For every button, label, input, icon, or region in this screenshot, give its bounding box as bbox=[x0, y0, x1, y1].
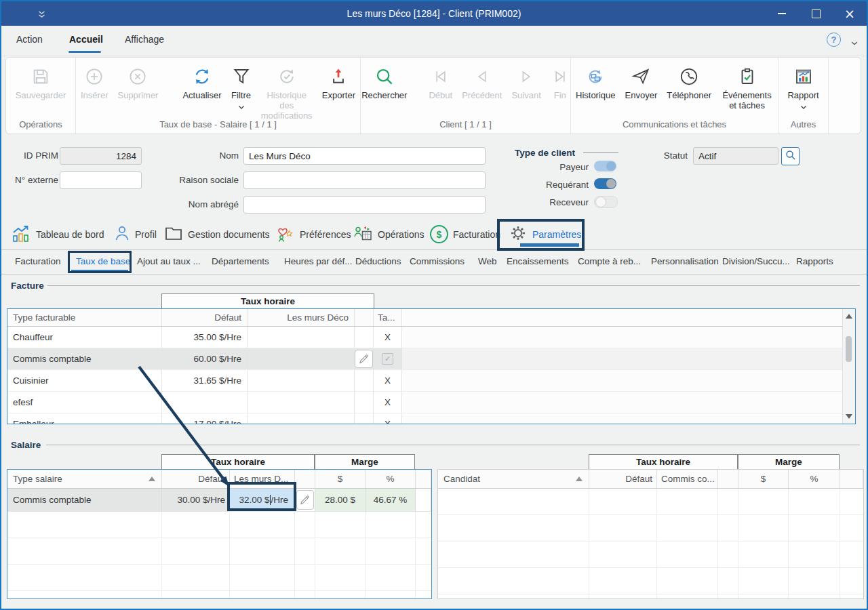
table-row[interactable]: Chauffeur 35.00 $/Hre X bbox=[7, 327, 842, 348]
minimize-icon bbox=[778, 13, 786, 14]
tab-profil[interactable]: Profil bbox=[114, 220, 157, 249]
subtab-taux-de-base[interactable]: Taux de base bbox=[76, 256, 130, 266]
table-row[interactable]: Emballeur 17.00 $/Hre X bbox=[7, 413, 842, 424]
subtab-compte-a-rebours[interactable]: Compte à reb... bbox=[578, 256, 641, 266]
table-row[interactable]: efesf X bbox=[7, 392, 842, 413]
type-de-client-group-label: Type de client bbox=[515, 148, 575, 158]
column-header-type-facturable[interactable]: Type facturable bbox=[7, 309, 162, 326]
nav-first-icon bbox=[431, 63, 450, 90]
empty-row[interactable] bbox=[438, 489, 863, 515]
empty-row[interactable] bbox=[438, 515, 863, 542]
historique-modifications-button[interactable]: Historique des modifications bbox=[256, 63, 317, 121]
suivant-button[interactable]: Suivant bbox=[507, 63, 545, 100]
scroll-down-icon[interactable] bbox=[846, 414, 852, 419]
cell-filler bbox=[402, 370, 842, 391]
requerant-toggle[interactable] bbox=[594, 178, 616, 189]
historique-button[interactable]: Historique bbox=[571, 63, 620, 100]
telephoner-button[interactable]: Téléphoner bbox=[662, 63, 716, 100]
actualiser-button[interactable]: Actualiser bbox=[178, 63, 226, 100]
column-header-defaut[interactable]: Défaut bbox=[162, 309, 248, 326]
table-row-selected[interactable]: Commis comptable 60.00 $/Hre ✓ bbox=[7, 348, 842, 370]
menu-tab-accueil[interactable]: Accueil bbox=[69, 34, 103, 45]
vertical-scrollbar[interactable] bbox=[842, 309, 855, 424]
tab-facturation[interactable]: $ Facturation bbox=[430, 220, 500, 249]
sauvegarder-button[interactable]: Sauvegarder bbox=[11, 63, 71, 100]
column-header-type-salaire[interactable]: Type salaire bbox=[7, 470, 162, 488]
nom-abrege-field[interactable] bbox=[243, 196, 486, 214]
evenements-taches-button[interactable]: Événements et tâches bbox=[716, 63, 778, 110]
debut-button[interactable]: Début bbox=[424, 63, 457, 100]
cell-edit bbox=[355, 348, 374, 369]
edit-pencil-button[interactable] bbox=[355, 350, 373, 368]
empty-row[interactable] bbox=[7, 565, 431, 591]
statut-field[interactable]: Actif bbox=[693, 147, 778, 165]
exporter-button[interactable]: Exporter bbox=[317, 63, 360, 100]
dashboard-icon bbox=[11, 224, 31, 245]
precedent-button[interactable]: Précédent bbox=[457, 63, 507, 100]
collapse-ribbon-icon[interactable] bbox=[850, 37, 859, 49]
salaire-row-commis-comptable[interactable]: Commis comptable 30.00 $/Hre 32.00 $/Hre… bbox=[7, 489, 431, 512]
filtre-button[interactable]: Filtre bbox=[226, 63, 256, 112]
nom-field[interactable]: Les Murs Déco bbox=[243, 147, 486, 165]
column-header-pct[interactable]: % bbox=[366, 470, 416, 488]
subtab-division-succursale[interactable]: Division/Succu... bbox=[722, 256, 790, 266]
subtab-commissions[interactable]: Commissions bbox=[410, 256, 465, 266]
inserer-button[interactable]: Insérer bbox=[76, 63, 113, 100]
column-header-candidat[interactable]: Candidat bbox=[438, 470, 589, 488]
edit-pencil-button[interactable] bbox=[296, 490, 314, 510]
table-row[interactable]: Cuisinier 31.65 $/Hre X bbox=[7, 370, 842, 392]
empty-row[interactable] bbox=[438, 594, 863, 599]
empty-row[interactable] bbox=[438, 568, 863, 594]
empty-row[interactable] bbox=[7, 512, 431, 538]
subtab-personnalisation[interactable]: Personnalisation bbox=[651, 256, 719, 266]
subtab-web[interactable]: Web bbox=[478, 256, 497, 266]
empty-row[interactable] bbox=[7, 538, 431, 565]
scrollbar-thumb[interactable] bbox=[846, 336, 852, 362]
help-icon[interactable]: ? bbox=[827, 33, 841, 47]
id-prim-field[interactable]: 1284 bbox=[60, 147, 142, 165]
scroll-up-icon[interactable] bbox=[846, 314, 852, 319]
raison-sociale-field[interactable] bbox=[243, 171, 486, 189]
subtab-ajout-au-taux[interactable]: Ajout au taux ... bbox=[137, 256, 201, 266]
menu-tab-affichage[interactable]: Affichage bbox=[125, 34, 164, 45]
subtab-facturation[interactable]: Facturation bbox=[15, 256, 61, 266]
supprimer-button[interactable]: Supprimer bbox=[113, 63, 163, 100]
minimize-button[interactable] bbox=[765, 1, 799, 26]
empty-row[interactable] bbox=[438, 542, 863, 568]
cell-type: Chauffeur bbox=[7, 327, 162, 348]
facture-header-row: Type facturable Défaut Les murs Déco Ta.… bbox=[7, 309, 842, 327]
subtab-departements[interactable]: Départements bbox=[212, 256, 269, 266]
column-header-defaut[interactable]: Défaut bbox=[162, 470, 230, 488]
menu-tab-action[interactable]: Action bbox=[16, 34, 43, 45]
checkbox-checked-icon[interactable]: ✓ bbox=[382, 353, 393, 365]
subtab-rapports[interactable]: Rapports bbox=[796, 256, 833, 266]
salaire-right-table: Candidat Défaut Commis co... $ % bbox=[437, 469, 864, 599]
column-header-dollar[interactable]: $ bbox=[315, 470, 366, 488]
column-header-commis-co[interactable]: Commis co... bbox=[657, 470, 718, 488]
tab-preferences[interactable]: Préférences bbox=[275, 220, 351, 249]
receveur-toggle[interactable] bbox=[594, 196, 618, 208]
subtab-deductions[interactable]: Déductions bbox=[355, 256, 401, 266]
ribbon-group-operations: Sauvegarder Opérations bbox=[6, 58, 75, 134]
column-header-defaut[interactable]: Défaut bbox=[589, 470, 657, 488]
subtab-heures-par-defaut[interactable]: Heures par déf... bbox=[284, 256, 353, 266]
empty-row[interactable] bbox=[7, 591, 431, 599]
tab-operations[interactable]: Opérations bbox=[353, 220, 424, 249]
tab-tableau-de-bord[interactable]: Tableau de bord bbox=[11, 220, 104, 249]
column-header-les-murs-d[interactable]: Les murs D... bbox=[230, 470, 295, 488]
column-header-pct[interactable]: % bbox=[789, 470, 840, 488]
envoyer-button[interactable]: Envoyer bbox=[620, 63, 663, 100]
tab-gestion-documents[interactable]: Gestion documents bbox=[164, 220, 270, 249]
maximize-button[interactable] bbox=[799, 1, 833, 26]
rapport-button[interactable]: Rapport bbox=[783, 63, 823, 112]
close-button[interactable]: × bbox=[833, 1, 867, 26]
rechercher-button[interactable]: Rechercher bbox=[357, 63, 412, 100]
column-header-dollar[interactable]: $ bbox=[738, 470, 789, 488]
cell-client-rate-editing[interactable]: 32.00 $/Hre bbox=[230, 489, 295, 511]
subtab-encaissements[interactable]: Encaissements bbox=[507, 256, 569, 266]
statut-lookup-button[interactable] bbox=[781, 147, 800, 165]
payeur-toggle[interactable] bbox=[594, 161, 616, 171]
column-header-les-murs-deco[interactable]: Les murs Déco bbox=[248, 309, 355, 326]
no-externe-field[interactable] bbox=[60, 171, 142, 189]
column-header-ta[interactable]: Ta... bbox=[374, 309, 402, 326]
